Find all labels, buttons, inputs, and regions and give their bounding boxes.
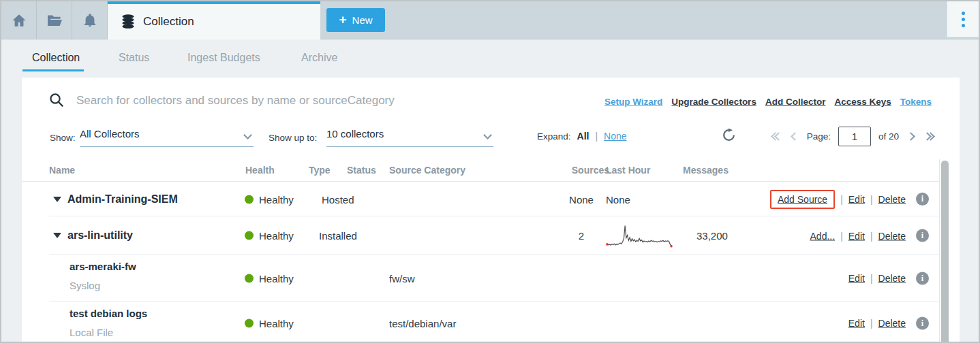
- add-source-link[interactable]: Add...: [810, 230, 836, 241]
- library-button[interactable]: [37, 1, 72, 39]
- link-setup-wizard[interactable]: Setup Wizard: [604, 97, 662, 107]
- refresh-icon[interactable]: [722, 128, 736, 142]
- top-right-panel: [947, 1, 979, 37]
- separator: |: [870, 230, 873, 241]
- delete-link[interactable]: Delete: [878, 273, 906, 284]
- sources-count: None: [553, 193, 609, 205]
- window-tab-label: Collection: [143, 15, 194, 29]
- vertical-scrollbar-thumb[interactable]: [941, 161, 949, 343]
- collector-type: Installed: [319, 230, 357, 242]
- healthy-status-icon: [245, 274, 254, 282]
- collector-row: ars-lin-utility Healthy Installed 2 33,2…: [22, 216, 939, 255]
- separator: |: [840, 194, 843, 205]
- health-label: Healthy: [259, 317, 294, 329]
- source-name-block: ars-meraki-fw Syslog: [70, 261, 136, 291]
- page-total: of 20: [878, 131, 899, 142]
- info-icon[interactable]: [916, 272, 929, 284]
- last-hour-value: None: [606, 193, 630, 205]
- first-page-button[interactable]: [771, 132, 783, 141]
- show-up-to-label: Show up to:: [269, 133, 317, 143]
- new-button[interactable]: + New: [326, 8, 385, 32]
- healthy-status-icon: [245, 318, 254, 327]
- expand-all-option[interactable]: All: [577, 131, 589, 142]
- notifications-button[interactable]: [72, 1, 108, 39]
- messages-count: 33,200: [696, 230, 728, 242]
- source-type: Local File: [70, 327, 147, 338]
- health-cell: Healthy: [245, 230, 294, 242]
- collapse-caret-icon[interactable]: [53, 233, 61, 238]
- col-type: Type: [309, 165, 331, 176]
- health-label: Healthy: [259, 230, 294, 242]
- collector-type: Hosted: [322, 193, 354, 205]
- col-messages: Messages: [683, 165, 729, 176]
- edit-link[interactable]: Edit: [848, 230, 865, 241]
- delete-link[interactable]: Delete: [878, 318, 906, 329]
- tab-archive[interactable]: Archive: [301, 52, 337, 64]
- plus-icon: +: [339, 13, 346, 26]
- source-category: test/debian/var: [389, 317, 456, 329]
- separator: |: [870, 194, 873, 205]
- info-icon[interactable]: [916, 316, 929, 329]
- separator: |: [870, 273, 873, 284]
- search-icon: [49, 93, 64, 108]
- health-label: Healthy: [259, 193, 294, 205]
- source-name: ars-meraki-fw: [70, 261, 136, 272]
- tab-ingest-budgets[interactable]: Ingest Budgets: [187, 52, 260, 64]
- prev-page-button[interactable]: [791, 132, 799, 141]
- health-cell: Healthy: [245, 193, 294, 205]
- source-row: ars-meraki-fw Syslog Healthy fw/sw Edit …: [22, 255, 939, 301]
- lasthour-sparkline: [606, 222, 673, 249]
- tab-collection[interactable]: Collection: [32, 52, 80, 64]
- health-cell: Healthy: [245, 272, 294, 284]
- link-add-collector[interactable]: Add Collector: [765, 97, 826, 107]
- expand-none-option[interactable]: None: [604, 131, 626, 142]
- link-tokens[interactable]: Tokens: [900, 97, 932, 107]
- kebab-menu-icon[interactable]: [959, 9, 968, 30]
- show-label: Show:: [50, 133, 76, 143]
- chevron-down-icon: [243, 131, 252, 140]
- chevron-down-icon: [483, 131, 492, 140]
- show-dropdown[interactable]: All Collectors: [80, 128, 254, 147]
- edit-link[interactable]: Edit: [848, 194, 865, 205]
- row-actions: Add... | Edit | Delete: [810, 229, 929, 242]
- delete-link[interactable]: Delete: [878, 230, 906, 241]
- health-cell: Healthy: [245, 317, 294, 329]
- row-actions: Edit | Delete: [848, 316, 929, 329]
- expand-label: Expand:: [537, 131, 571, 142]
- source-category: fw/sw: [389, 272, 415, 284]
- collectors-table: Name Health Type Status Source Category …: [22, 159, 940, 343]
- link-upgrade-collectors[interactable]: Upgrade Collectors: [671, 97, 756, 107]
- healthy-status-icon: [245, 231, 254, 240]
- col-sources: Sources: [553, 165, 609, 176]
- row-actions: Edit | Delete: [848, 272, 929, 284]
- edit-link[interactable]: Edit: [848, 273, 865, 284]
- page-input[interactable]: [838, 127, 871, 146]
- edit-link[interactable]: Edit: [848, 318, 865, 329]
- add-source-link[interactable]: Add Source: [778, 194, 827, 205]
- separator: |: [595, 131, 598, 142]
- source-type: Syslog: [70, 280, 136, 291]
- show-up-to-dropdown[interactable]: 10 collectors: [326, 128, 493, 147]
- delete-link[interactable]: Delete: [878, 194, 906, 205]
- next-page-button[interactable]: [906, 132, 915, 141]
- col-status: Status: [347, 165, 376, 176]
- link-access-keys[interactable]: Access Keys: [834, 97, 891, 107]
- collection-window-tab[interactable]: Collection: [108, 1, 320, 39]
- health-label: Healthy: [259, 272, 294, 284]
- source-name: test debian logs: [70, 308, 147, 319]
- last-page-button[interactable]: [923, 132, 935, 141]
- info-icon[interactable]: [916, 193, 929, 206]
- info-icon[interactable]: [916, 229, 929, 242]
- section-tabs: Collection Status Ingest Budgets Archive: [1, 39, 979, 78]
- search-input[interactable]: [76, 91, 622, 110]
- tab-status[interactable]: Status: [119, 52, 149, 64]
- collector-name: Admin-Training-SIEM: [67, 193, 178, 206]
- col-health: Health: [245, 165, 275, 176]
- show-up-to-dropdown-value: 10 collectors: [326, 128, 384, 140]
- bell-icon: [82, 13, 97, 28]
- add-source-highlight-box: Add Source: [770, 190, 835, 209]
- database-icon: [121, 14, 135, 29]
- sources-count: 2: [553, 230, 609, 242]
- collapse-caret-icon[interactable]: [53, 197, 61, 202]
- home-button[interactable]: [1, 1, 37, 39]
